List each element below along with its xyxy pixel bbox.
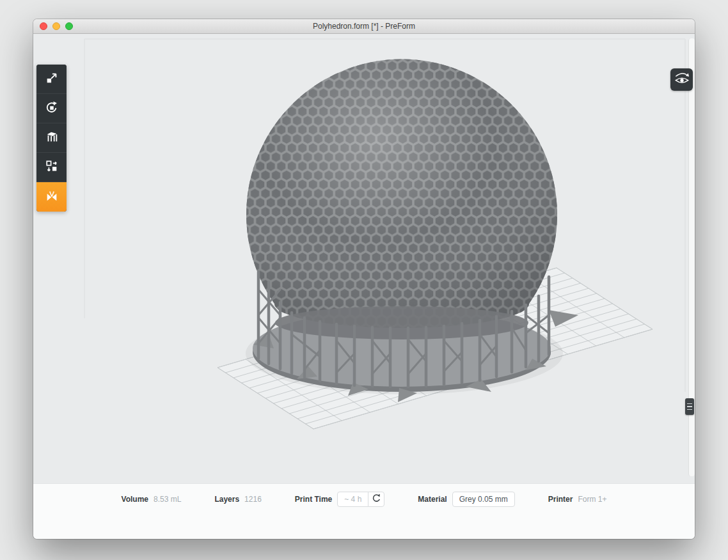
traffic-lights xyxy=(40,22,73,30)
orbit-eye-icon xyxy=(672,69,692,90)
printer-value: Form 1+ xyxy=(578,495,606,504)
viewport-3d[interactable] xyxy=(33,34,695,483)
model-polyhedron[interactable] xyxy=(246,59,578,402)
tool-strip xyxy=(36,65,67,212)
material-dropdown[interactable]: Grey 0.05 mm xyxy=(452,492,515,507)
rotate-icon xyxy=(45,100,59,116)
stat-layers: Layers 1216 xyxy=(214,491,261,508)
tool-layout-button[interactable] xyxy=(36,153,67,182)
stat-material: Material Grey 0.05 mm xyxy=(418,491,514,508)
status-bar: Volume 8.53 mL Layers 1216 Print Time ~ … xyxy=(33,483,695,539)
preform-window: Polyhedron.form [*] - PreForm xyxy=(33,19,695,539)
scene-canvas[interactable] xyxy=(33,34,695,483)
tool-orient-button[interactable] xyxy=(36,94,67,123)
close-button[interactable] xyxy=(40,22,47,30)
layers-label: Layers xyxy=(214,495,239,504)
window-title: Polyhedron.form [*] - PreForm xyxy=(313,22,415,31)
print-time-label: Print Time xyxy=(295,495,332,504)
volume-label: Volume xyxy=(122,495,148,504)
material-label: Material xyxy=(418,495,447,504)
model-dome xyxy=(246,59,557,339)
volume-value: 8.53 mL xyxy=(154,495,181,504)
tool-supports-button[interactable] xyxy=(36,123,67,153)
stat-print-time: Print Time ~ 4 h xyxy=(295,491,385,508)
layout-icon xyxy=(45,159,59,175)
refresh-print-time-button[interactable] xyxy=(368,492,384,507)
tool-print-button[interactable] xyxy=(36,182,67,212)
layers-value: 1216 xyxy=(244,495,262,504)
layer-slider-handle[interactable] xyxy=(685,398,694,415)
print-butterfly-icon xyxy=(45,189,59,205)
tool-size-button[interactable] xyxy=(36,65,67,94)
stat-printer: Printer Form 1+ xyxy=(548,491,607,508)
stat-volume: Volume 8.53 mL xyxy=(122,491,182,508)
grip-lines-icon xyxy=(687,403,692,405)
minimize-button[interactable] xyxy=(52,22,60,30)
size-icon xyxy=(45,71,59,87)
printer-label: Printer xyxy=(548,495,573,504)
supports-icon xyxy=(45,130,59,146)
titlebar[interactable]: Polyhedron.form [*] - PreForm xyxy=(33,19,695,34)
print-time-box: ~ 4 h xyxy=(337,492,368,507)
zoom-button[interactable] xyxy=(65,22,73,30)
refresh-icon xyxy=(372,494,381,505)
view-orbit-button[interactable] xyxy=(670,68,693,91)
